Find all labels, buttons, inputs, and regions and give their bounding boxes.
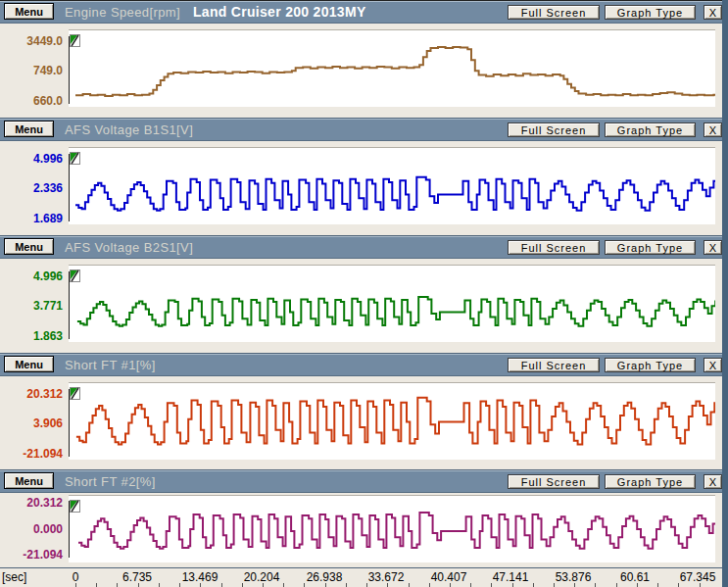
window-right-edge [722, 0, 728, 587]
panel-engine-speed: Menu Engine Speed[rpm] Land Cruiser 200 … [0, 0, 722, 118]
panel-afs-voltage-b2s1: Menu AFS Voltage B2S1[V] Full Screen Gra… [0, 235, 722, 353]
panel-header: Menu AFS Voltage B2S1[V] Full Screen Gra… [0, 236, 722, 259]
time-tick-label: 26.938 [295, 570, 354, 584]
time-tick-label: 13.469 [170, 570, 229, 584]
panel-title: Engine Speed[rpm] [65, 5, 180, 20]
y-max-label: 20.312 [0, 388, 63, 401]
panel-short-ft-2: Menu Short FT #2[%] Full Screen Graph Ty… [0, 469, 722, 567]
waveform-trace [76, 398, 715, 445]
y-min-label: 1.863 [0, 330, 63, 343]
panel-title: AFS Voltage B1S1[V] [65, 122, 193, 137]
panel-body: 4.996 3.771 1.863 [0, 259, 722, 353]
full-screen-button[interactable]: Full Screen [508, 5, 600, 20]
waveform-chart [69, 383, 715, 460]
waveform-trace [78, 513, 715, 549]
panel-body: 20.312 3.906 -21.094 [0, 376, 722, 469]
waveform-chart [69, 148, 715, 224]
waveform-trace [75, 177, 715, 211]
time-tick-label: 67.345 [668, 570, 727, 584]
time-axis-unit: [sec] [2, 570, 26, 584]
full-screen-button[interactable]: Full Screen [508, 122, 600, 137]
panel-afs-voltage-b1s1: Menu AFS Voltage B1S1[V] Full Screen Gra… [0, 118, 722, 235]
y-min-label: 660.0 [0, 95, 63, 108]
panel-body: 4.996 2.336 1.689 [0, 141, 722, 235]
full-screen-button[interactable]: Full Screen [508, 240, 600, 255]
time-tick-label: 40.407 [419, 570, 478, 584]
cursor-marker-icon[interactable] [70, 269, 80, 282]
waveform-chart [69, 266, 715, 342]
menu-button[interactable]: Menu [4, 3, 54, 20]
y-min-label: 1.689 [0, 213, 63, 225]
panel-title: AFS Voltage B2S1[V] [65, 240, 193, 255]
y-mid-label: 3.906 [0, 417, 63, 430]
time-tick-label: 33.672 [357, 570, 415, 584]
y-max-label: 4.996 [0, 153, 63, 166]
cursor-marker-icon[interactable] [70, 152, 80, 165]
cursor-marker-icon[interactable] [70, 387, 80, 400]
cursor-marker-icon[interactable] [70, 34, 80, 47]
y-max-label: 20.312 [0, 497, 63, 510]
menu-button[interactable]: Menu [4, 356, 54, 372]
menu-button[interactable]: Menu [4, 121, 54, 137]
y-mid-label: 0.000 [0, 523, 63, 536]
panel-header: Menu Short FT #2[%] Full Screen Graph Ty… [0, 470, 722, 493]
y-max-label: 4.996 [0, 270, 63, 283]
graph-type-button[interactable]: Graph Type [605, 5, 696, 20]
time-tick-label: 53.876 [544, 570, 603, 584]
time-tick-label: 6.735 [108, 570, 167, 584]
plot-area[interactable] [69, 495, 715, 563]
close-icon[interactable]: X [704, 5, 722, 20]
full-screen-button[interactable]: Full Screen [508, 358, 600, 372]
close-icon[interactable]: X [704, 358, 722, 372]
time-tick-label: 20.204 [232, 570, 291, 584]
panel-header: Menu AFS Voltage B1S1[V] Full Screen Gra… [0, 119, 722, 141]
time-tick-label: 0 [46, 570, 105, 584]
y-max-label: 3449.0 [0, 35, 63, 48]
graph-type-button[interactable]: Graph Type [605, 358, 696, 372]
y-min-label: -21.094 [0, 549, 63, 562]
panel-body: 3449.0 749.0 660.0 [0, 24, 722, 118]
waveform-chart [69, 30, 715, 107]
y-mid-label: 3.771 [0, 300, 63, 313]
time-tick-label: 60.61 [606, 570, 664, 584]
vehicle-title: Land Cruiser 200 2013MY [193, 4, 366, 20]
panel-header: Menu Engine Speed[rpm] Land Cruiser 200 … [0, 1, 722, 24]
diagnostic-graph-window: Menu Engine Speed[rpm] Land Cruiser 200 … [0, 0, 728, 587]
waveform-chart [69, 496, 715, 563]
panel-title: Short FT #2[%] [65, 474, 156, 489]
full-screen-button[interactable]: Full Screen [508, 474, 600, 489]
plot-area[interactable] [69, 147, 715, 224]
y-mid-label: 749.0 [0, 65, 63, 77]
waveform-trace [75, 47, 715, 96]
waveform-trace [77, 297, 715, 326]
close-icon[interactable]: X [704, 474, 722, 489]
panel-title: Short FT #1[%] [65, 358, 156, 372]
close-icon[interactable]: X [704, 122, 722, 137]
graph-type-button[interactable]: Graph Type [605, 474, 696, 489]
y-min-label: -21.094 [0, 448, 63, 461]
panel-header: Menu Short FT #1[%] Full Screen Graph Ty… [0, 354, 722, 376]
cursor-marker-icon[interactable] [70, 500, 80, 513]
plot-area[interactable] [69, 265, 715, 342]
menu-button[interactable]: Menu [4, 238, 54, 255]
time-tick-label: 47.141 [481, 570, 540, 584]
time-axis: [sec] 0 6.735 13.469 20.204 26.938 33.67… [0, 567, 722, 587]
close-icon[interactable]: X [704, 240, 722, 255]
graph-type-button[interactable]: Graph Type [605, 240, 696, 255]
y-mid-label: 2.336 [0, 182, 63, 195]
panel-body: 20.312 0.000 -21.094 [0, 493, 722, 567]
menu-button[interactable]: Menu [4, 472, 54, 489]
plot-area[interactable] [69, 29, 715, 107]
graph-type-button[interactable]: Graph Type [605, 122, 696, 137]
panel-short-ft-1: Menu Short FT #1[%] Full Screen Graph Ty… [0, 353, 722, 469]
plot-area[interactable] [69, 382, 715, 460]
